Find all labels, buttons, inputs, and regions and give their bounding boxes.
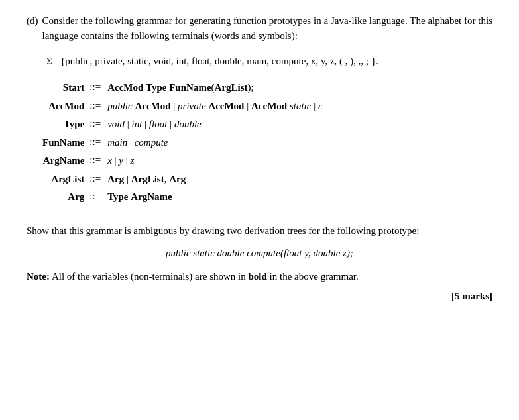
rule-rhs-accmod: public AccMod | private AccMod | AccMod … bbox=[105, 97, 325, 116]
rule-lhs-arg: Arg bbox=[40, 188, 86, 207]
question-block: (d) Consider the following grammar for g… bbox=[27, 13, 492, 302]
alphabet-line: Σ ={public, private, static, void, int, … bbox=[46, 54, 492, 69]
rule-arrow-argname: ::= bbox=[86, 152, 105, 170]
rule-arrow-arglist: ::= bbox=[86, 170, 105, 189]
prototype-line: public static double compute(float y, do… bbox=[27, 248, 492, 259]
rule-lhs-type: Type bbox=[40, 115, 86, 134]
rule-arrow-accmod: ::= bbox=[86, 97, 105, 116]
grammar-rule-argname: ArgName ::= x | y | z bbox=[40, 152, 325, 170]
rule-lhs-funname: FunName bbox=[40, 134, 86, 152]
grammar-rule-type: Type ::= void | int | float | double bbox=[40, 115, 325, 134]
rule-lhs-accmod: AccMod bbox=[40, 97, 86, 116]
rule-arrow-start: ::= bbox=[86, 79, 105, 97]
grammar-rule-arg: Arg ::= Type ArgName bbox=[40, 188, 325, 207]
grammar-rule-arglist: ArgList ::= Arg | ArgList, Arg bbox=[40, 170, 325, 189]
marks-text: [5 marks] bbox=[451, 291, 492, 301]
grammar-rule-start: Start ::= AccMod Type FunName(ArgList); bbox=[40, 79, 325, 97]
rule-lhs-argname: ArgName bbox=[40, 152, 86, 170]
rule-rhs-funname: main | compute bbox=[105, 134, 325, 152]
rule-arrow-type: ::= bbox=[86, 115, 105, 134]
question-text: Consider the following grammar for gener… bbox=[42, 13, 493, 44]
rule-rhs-arg: Type ArgName bbox=[105, 188, 325, 207]
note-line: Note: All of the variables (non-terminal… bbox=[27, 268, 492, 284]
question-header: (d) Consider the following grammar for g… bbox=[27, 13, 492, 44]
rule-rhs-arglist: Arg | ArgList, Arg bbox=[105, 170, 325, 189]
prototype-text: public static double compute(float y, do… bbox=[166, 248, 353, 258]
rule-arrow-arg: ::= bbox=[86, 188, 105, 207]
rule-rhs-argname: x | y | z bbox=[105, 152, 325, 170]
alphabet-text: Σ ={public, private, static, void, int, … bbox=[46, 56, 378, 66]
rule-rhs-start: AccMod Type FunName(ArgList); bbox=[105, 79, 325, 97]
note-bold: Note: bbox=[27, 271, 50, 282]
rule-lhs-arglist: ArgList bbox=[40, 170, 86, 189]
grammar-rule-accmod: AccMod ::= public AccMod | private AccMo… bbox=[40, 97, 325, 116]
rule-rhs-type: void | int | float | double bbox=[105, 115, 325, 134]
bold-highlight: bold bbox=[249, 271, 267, 282]
underline-derivation: derivation trees bbox=[245, 225, 306, 236]
show-text: Show that this grammar is ambiguous by d… bbox=[27, 223, 492, 238]
marks-line: [5 marks] bbox=[27, 291, 492, 302]
rule-lhs-start: Start bbox=[40, 79, 86, 97]
grammar-rule-funname: FunName ::= main | compute bbox=[40, 134, 325, 152]
question-label: (d) bbox=[27, 13, 38, 28]
rule-arrow-funname: ::= bbox=[86, 134, 105, 152]
grammar-table: Start ::= AccMod Type FunName(ArgList); … bbox=[40, 79, 325, 207]
